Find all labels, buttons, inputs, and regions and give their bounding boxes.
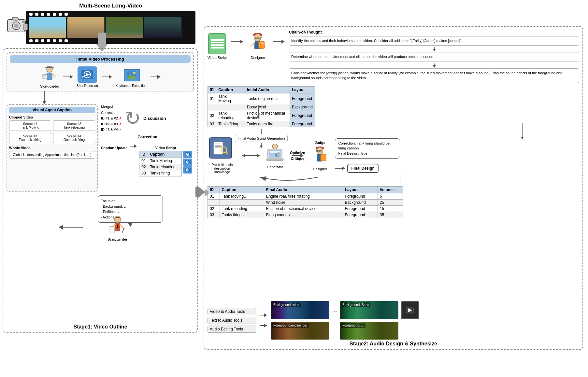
storyboarder-label: Storyboarder <box>40 85 59 88</box>
critique-arrow-area <box>237 175 400 182</box>
cot-section: Chain-of-Thought Identify the entities a… <box>289 30 579 83</box>
svg-point-2 <box>14 23 19 28</box>
final-audio-table-section: ID Caption Final Audio Layout Volume 01 … <box>208 186 403 218</box>
visual-agent-title: Visual Agent Caption <box>9 107 95 113</box>
film-frame-3 <box>106 17 143 38</box>
generator-group: Generator <box>265 143 285 169</box>
audio-tools-section: Video to Audio Tools Text to Audio Tools… <box>208 301 579 340</box>
film-hole <box>35 39 38 42</box>
film-hole <box>41 39 44 42</box>
judge-label: Judge <box>315 141 325 145</box>
film-hole <box>65 39 68 42</box>
film-frame-1 <box>29 17 66 38</box>
big-inter-stage-arrow <box>195 186 205 199</box>
keyframes-group: Keyframes Extraction <box>116 66 147 88</box>
film-hole <box>53 13 56 16</box>
scene2-desc: Tank reloading <box>55 126 93 129</box>
final-design-box: Final Design <box>347 164 378 173</box>
camera-small-2 <box>183 159 192 166</box>
svg-rect-12 <box>42 75 47 78</box>
scene1-id: Scene #1 <box>11 122 50 126</box>
scene4-id: Scene #4 <box>55 134 93 138</box>
discussion-corrections: Merge& Correction : ID #1 & #2 ✗ ID #2 &… <box>101 104 122 133</box>
generator-figure <box>265 143 285 164</box>
keyframes-icon <box>121 66 142 83</box>
main-title: Multi-Scene Long-Video <box>26 3 195 9</box>
discussion-box: Merge& Correction : ID #1 & #2 ✗ ID #2 &… <box>101 104 194 176</box>
sync-icon: ↻ <box>124 109 141 128</box>
scene2-box: Scene #2 Tank reloading <box>53 120 95 131</box>
arrow-to-designer <box>231 41 243 42</box>
stage2-video-script-label: Video Script <box>208 56 227 60</box>
svg-rect-3 <box>12 17 18 20</box>
audio-tools-list: Video to Audio Tools Text to Audio Tools… <box>208 308 256 333</box>
arrow-to-cot <box>273 41 284 42</box>
optimize-group: Optimize Critique <box>290 151 305 161</box>
spectrogram-fg-engine: Foreground:engine roar <box>271 322 329 340</box>
final-audio-table: ID Caption Final Audio Layout Volume 01 … <box>208 186 403 218</box>
final-design-section: Correction: Tank firing should be firing… <box>335 138 400 173</box>
svg-rect-66 <box>266 159 283 161</box>
designer-group: Designer <box>247 32 268 60</box>
svg-line-37 <box>120 225 124 229</box>
film-hole <box>47 13 50 16</box>
cot-step-3: Consider whether the [entity] [action] w… <box>289 68 579 83</box>
discussion-label: Discussion <box>143 116 166 121</box>
stage2-label: Stage2: Audio Design & Synthesize <box>350 341 437 347</box>
spectrograms: Background: wind … Background: Birds <box>271 301 419 340</box>
storyboarder-figure <box>41 65 59 83</box>
designer-label: Designer <box>251 56 265 60</box>
stage2-video-script: Video Script <box>208 33 227 60</box>
arrow-3 <box>151 77 160 77</box>
scene2-id: Scene #2 <box>55 122 93 126</box>
scene3-box: Scene #3 Two tanks firing <box>9 133 51 143</box>
global-understanding-text: Global Understanding Approximate timelin… <box>13 153 91 157</box>
keyframes-label: Keyframes Extraction <box>116 84 147 88</box>
scriptwriter-group: Scriptwriter <box>108 215 127 241</box>
audio-tool-1: Video to Audio Tools <box>208 308 256 315</box>
designer2-figure <box>310 145 330 166</box>
generator-label: Generator <box>267 165 283 169</box>
svg-line-52 <box>251 43 254 46</box>
up-arrow-final-table <box>400 173 400 186</box>
film-hole <box>29 39 33 42</box>
svg-line-42 <box>122 228 124 233</box>
output-video-thumb <box>401 301 419 319</box>
arrow-1 <box>63 77 73 77</box>
scene3-id: Scene #3 <box>11 134 50 138</box>
svg-point-68 <box>272 144 278 149</box>
correction-label: Correction <box>101 135 194 139</box>
spectrogram-fg-other: Foreground: … <box>340 322 398 340</box>
tools-arrows <box>260 315 267 326</box>
scriptwriter-label: Scriptwriter <box>108 237 127 241</box>
prebuilt-group: Pre-built audio description knowledge <box>208 137 237 174</box>
clipped-video-label: Clipped Video <box>9 115 95 119</box>
svg-rect-5 <box>24 24 28 30</box>
arrow-down-to-visual <box>42 91 46 104</box>
stage2-box: Video Script <box>204 26 583 350</box>
film-strip-area: Multi-Scene Long-Video <box>26 3 195 44</box>
cot-step-2: Determine whether the environment and cl… <box>289 52 579 62</box>
svg-rect-9 <box>47 73 52 80</box>
whole-video-label: Whole Video <box>9 146 95 150</box>
scene1-desc: Tank Moving <box>11 126 50 129</box>
initial-processing-section: Initial Video Processing <box>7 52 194 91</box>
arrow-scriptwriter-to-visual <box>59 225 83 230</box>
film-strip <box>26 11 195 44</box>
arrow-2 <box>102 77 112 77</box>
designer2-label: Designer <box>313 167 327 171</box>
initial-audio-table: ID Caption Initial Audio Layout 01 Tank … <box>208 86 315 127</box>
small-script-table: ID Caption 01Tank Moving… 02Tank reloadi… <box>139 151 181 176</box>
svg-point-4 <box>22 21 25 23</box>
small-video-script: Video Script ID Caption 01Tank Moving… <box>139 146 192 176</box>
svg-rect-80 <box>413 308 414 310</box>
svg-line-11 <box>52 74 55 77</box>
camera-icon <box>6 15 29 35</box>
down-arrow-table <box>258 105 259 118</box>
judge-designer-group: Judge Designer <box>310 141 330 171</box>
prebuilt-label: Pre-built audio description knowledge <box>208 163 237 174</box>
designer-figure <box>247 32 268 54</box>
shot-detection-icon <box>78 66 97 83</box>
audio-tool-2: Text to Audio Tools <box>208 317 256 324</box>
spectrogram-bg-wind: Background: wind <box>271 301 329 319</box>
